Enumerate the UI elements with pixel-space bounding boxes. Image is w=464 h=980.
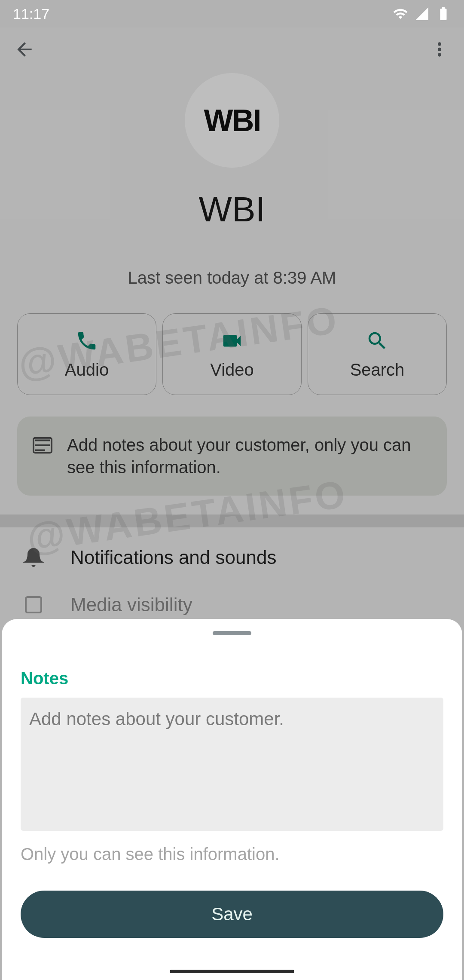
gesture-bar[interactable] xyxy=(170,970,294,973)
status-bar: 11:17 xyxy=(0,0,464,28)
sheet-title: Notes xyxy=(21,669,443,688)
sheet-subtext: Only you can see this information. xyxy=(21,845,443,864)
notes-bottom-sheet: Notes Only you can see this information.… xyxy=(2,619,462,980)
status-icons xyxy=(393,6,451,21)
drag-handle[interactable] xyxy=(213,631,251,635)
wifi-icon xyxy=(393,6,408,21)
status-time: 11:17 xyxy=(13,6,49,22)
battery-icon xyxy=(436,6,451,21)
notes-input[interactable] xyxy=(21,698,443,831)
save-button[interactable]: Save xyxy=(21,891,443,938)
signal-icon xyxy=(414,6,430,21)
